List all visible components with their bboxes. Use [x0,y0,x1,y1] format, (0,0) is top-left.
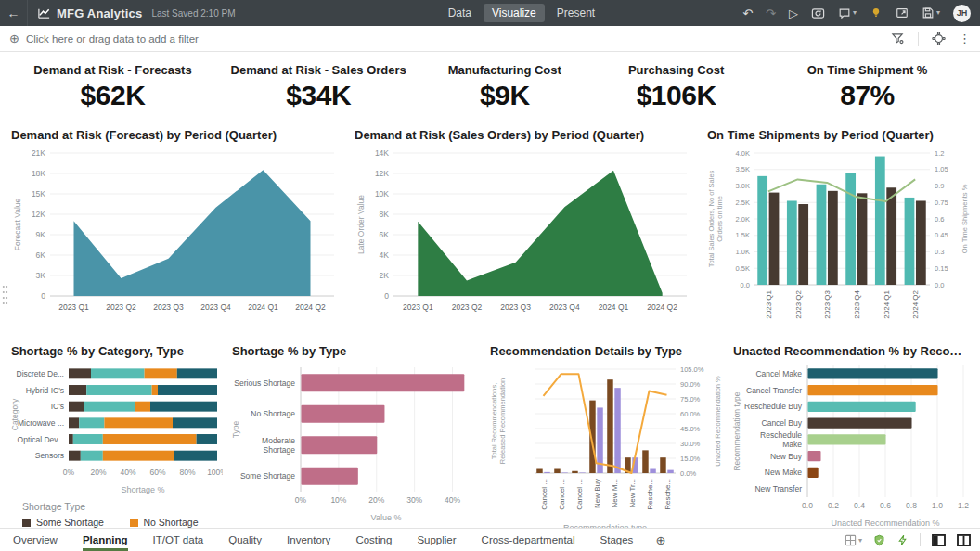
undo-icon: ↶ [742,7,753,19]
x-tick-label: 0% [295,495,307,505]
x-tick-label: 2024 Q2 [911,289,920,318]
undo-button[interactable]: ↶ [742,7,753,19]
tick-label: 3.5K [736,165,750,173]
tab-stages[interactable]: Stages [600,529,634,551]
kpi-label: Demand at Risk - Forecasts [0,63,226,77]
nav-present[interactable]: Present [548,4,603,22]
chart-title: Shortage % by Type [232,344,481,358]
play-icon: ▷ [789,7,798,19]
tick-label: 0 [384,291,389,301]
popout-button[interactable] [896,6,909,19]
tab-overview[interactable]: Overview [13,529,58,551]
filter-placeholder: Click here or drag data to add a filter [26,33,199,45]
y-axis-title: Orders on time [716,196,724,242]
insights-button[interactable] [870,6,883,19]
chart-shortage-by-category[interactable]: Shortage % by Category, Type 0%20%40%60%… [9,344,223,551]
tab-itot-data[interactable]: IT/OT data [153,529,204,551]
y-tick-label: Reschedule [760,430,802,440]
tick-label: 0.6 [935,215,944,224]
tick-label: 4.0K [736,149,750,158]
divider [918,32,919,46]
kpi-demand-risk-sales-orders[interactable]: Demand at Risk - Sales Orders $34K [226,63,412,111]
chart-on-time-shipments[interactable]: On Time Shipments by Period (Quarter) 0.… [705,128,971,339]
kpi-value: 87% [754,80,980,111]
nav-visualize[interactable]: Visualize [484,4,545,22]
panel-split-toggle[interactable] [957,534,971,546]
x-tick-label: 0.0 [802,501,813,510]
comments-button[interactable]: ▾ [838,6,857,19]
bar [875,157,885,285]
x-tick-label: 2023 Q4 [200,302,231,312]
bar-segment [173,417,217,428]
add-filter-control[interactable]: ⊕ Click here or drag data to add a filte… [9,32,199,45]
spark-icon [896,534,909,546]
bar [544,472,549,473]
x-tick-label: 2023 Q3 [153,302,184,312]
page-tabs: Overview Planning IT/OT data Quality Inv… [0,529,633,551]
popout-icon [896,6,909,19]
back-button[interactable]: ← [0,0,28,26]
kpi-demand-risk-forecasts[interactable]: Demand at Risk - Forecasts $62K [0,63,226,111]
y-tick-label: Optical Dev... [18,435,64,444]
tick-label: 0.45 [935,231,948,239]
chart-demand-risk-sales-orders[interactable]: Demand at Risk (Sales Orders) by Period … [353,128,698,322]
layout-grid-icon [845,534,857,546]
bar [808,418,912,429]
area-shape [74,170,311,296]
x-tick-label: 20% [368,495,384,505]
chart-unacted-recommendation[interactable]: Unacted Recommendation % by Recomme... 0… [731,344,971,529]
legend-label: No Shortage [144,517,199,528]
workbook-title: MFG Analytics [57,6,142,20]
legend-swatch [130,519,138,527]
x-tick-label: 2024 Q2 [647,302,677,312]
kpi-label: Manufacturing Cost [412,63,599,77]
bar [769,193,780,285]
redo-button[interactable]: ↷ [766,7,776,19]
bar-segment [69,451,81,461]
element-drag-handle[interactable] [2,284,8,308]
chart-recommendation-details[interactable]: Recommendation Details by Type 0.0%15.0%… [488,344,724,534]
x-tick-label: 10% [330,495,346,505]
tab-inventory[interactable]: Inventory [287,529,330,551]
kpi-manufacturing-cost[interactable]: Manufacturing Cost $9K [412,63,599,111]
legend-title: Shortage Type [22,501,223,512]
tick-label: 0.3 [935,248,944,256]
settings-button[interactable] [932,32,946,45]
y-tick-label: Make [782,440,802,449]
filter-button[interactable] [891,32,905,45]
save-button[interactable]: ▾ [922,6,940,19]
tab-planning[interactable]: Planning [83,529,128,551]
kpi-value: $62K [0,80,226,111]
refresh-schedule-button[interactable] [811,6,825,20]
nav-data[interactable]: Data [440,4,480,22]
add-page-button[interactable]: ⊕ [655,529,665,551]
tab-cross-departmental[interactable]: Cross-departmental [482,529,575,551]
y-axis-title-right: Unacted Recommendation % [714,376,722,467]
tick-label: 105.0% [680,365,704,374]
bar-segment [150,402,217,412]
tab-quality[interactable]: Quality [228,529,262,551]
run-button[interactable]: ▷ [789,7,798,19]
kpi-on-time-shipment[interactable]: On Time Shipment % 87% [754,63,980,111]
y-tick-label: Reschedule Buy [744,402,803,411]
more-menu-button[interactable]: ⋮ [959,32,971,45]
chart-shortage-by-type[interactable]: Shortage % by Type 0%10%20%30%40%Serious… [230,344,481,523]
avatar[interactable]: JH [953,5,971,22]
layout-grid-button[interactable]: ▾ [845,534,862,546]
tab-supplier[interactable]: Supplier [417,529,456,551]
chart-demand-risk-forecast[interactable]: Demand at Risk (Forecast) by Period (Qua… [9,128,345,322]
tick-label: 14K [375,148,389,158]
x-tick-label: 2023 Q1 [765,289,773,318]
kpi-purchasing-cost[interactable]: Purchasing Cost $106K [598,63,754,111]
y-tick-label: New Buy [770,452,803,461]
governance-button[interactable] [873,534,885,546]
bar-segment [104,417,173,428]
bar [916,200,926,285]
tab-costing[interactable]: Costing [355,529,392,551]
spark-button[interactable] [896,534,909,546]
panel-left-toggle[interactable] [932,534,946,546]
tick-label: 0.0% [680,469,696,478]
chart-canvas: 0.0%15.0%30.0%45.0%60.0%75.0%90.0%105.0%… [488,360,724,534]
x-tick-label: 0% [63,468,75,477]
legend-item: Some Shortage [22,517,130,528]
